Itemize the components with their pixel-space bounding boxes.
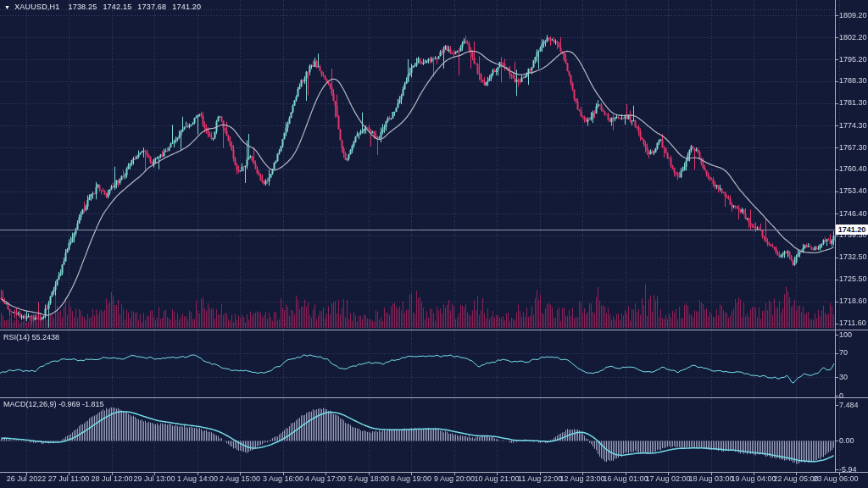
chart-title: ▼XAUUSD,H11738.251742.151737.681741.20 [4,3,207,11]
macd-scale-label: 0.00 [839,437,854,445]
macd-scale-label: 7.484 [839,402,859,409]
high-value: 1742.15 [103,3,131,11]
close-value: 1741.20 [172,3,201,11]
price-axis[interactable]: 1809.201802.201795.201788.301781.301774.… [839,0,868,472]
price-axis-label: 1802.20 [839,34,867,42]
price-axis-label: 1774.30 [839,122,867,130]
macd-scale-label: -5.94 [839,466,857,474]
rsi-scale-label: 70 [839,349,848,357]
symbol-label: XAUUSD,H1 [14,3,59,11]
price-axis-label: 1781.30 [839,99,867,107]
time-axis[interactable]: 26 Jul 202227 Jul 11:0028 Jul 12:0029 Ju… [0,475,868,488]
rsi-scale-label: 100 [839,331,852,339]
trading-chart-window: ▼XAUUSD,H11738.251742.151737.681741.20 R… [0,0,868,488]
price-axis-label: 1725.50 [839,275,867,283]
price-axis-label: 1767.30 [839,144,867,152]
rsi-scale-label: 0 [839,392,843,400]
macd-indicator-label: MACD(12,26,9) -0.969 -1.815 [3,400,104,408]
price-axis-label: 1809.20 [839,12,867,19]
time-axis-label: 23 Aug 06:00 [805,475,866,483]
current-price-tag: 1741.20 [836,225,868,235]
open-value: 1738.25 [68,3,97,11]
rsi-scale-label: 30 [839,374,848,381]
chart-canvas[interactable] [0,0,868,488]
price-axis-label: 1788.30 [839,77,867,85]
price-axis-label: 1760.40 [839,165,867,173]
rsi-indicator-label: RSI(14) 55.2438 [3,333,59,341]
price-axis-label: 1718.60 [839,297,867,305]
price-axis-label: 1795.20 [839,56,867,64]
symbol-dropdown-icon[interactable]: ▼ [4,4,10,10]
price-axis-label: 1753.40 [839,187,867,195]
price-axis-label: 1732.50 [839,253,867,261]
low-value: 1737.68 [137,3,166,11]
price-axis-label: 1711.60 [839,319,866,327]
price-axis-label: 1746.40 [839,210,867,218]
current-price-value: 1741.20 [838,225,866,234]
